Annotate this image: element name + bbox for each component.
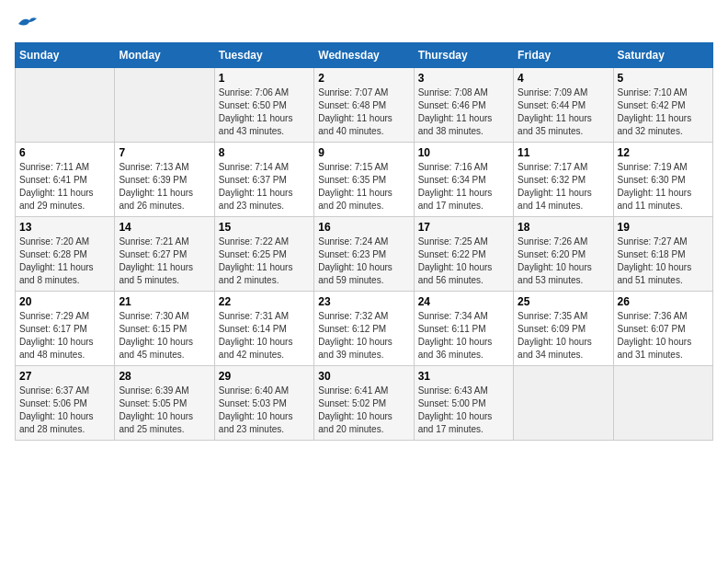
day-info: Sunrise: 7:19 AMSunset: 6:30 PMDaylight:… bbox=[618, 161, 709, 213]
calendar-cell: 31Sunrise: 6:43 AMSunset: 5:00 PMDayligh… bbox=[414, 366, 513, 441]
calendar-cell: 7Sunrise: 7:13 AMSunset: 6:39 PMDaylight… bbox=[115, 143, 214, 217]
day-info: Sunrise: 7:17 AMSunset: 6:32 PMDaylight:… bbox=[518, 161, 609, 213]
day-number: 28 bbox=[119, 370, 210, 383]
calendar-cell bbox=[16, 68, 115, 143]
calendar-cell: 1Sunrise: 7:06 AMSunset: 6:50 PMDaylight… bbox=[214, 68, 313, 143]
calendar-cell: 20Sunrise: 7:29 AMSunset: 6:17 PMDayligh… bbox=[16, 292, 115, 366]
day-number: 7 bbox=[119, 146, 210, 159]
day-number: 8 bbox=[219, 146, 310, 159]
day-info: Sunrise: 7:20 AMSunset: 6:28 PMDaylight:… bbox=[19, 236, 110, 287]
calendar-cell: 2Sunrise: 7:07 AMSunset: 6:48 PMDaylight… bbox=[314, 68, 414, 143]
day-info: Sunrise: 7:21 AMSunset: 6:27 PMDaylight:… bbox=[119, 236, 210, 287]
day-number: 13 bbox=[19, 221, 110, 234]
day-info: Sunrise: 7:13 AMSunset: 6:39 PMDaylight:… bbox=[119, 161, 210, 213]
day-info: Sunrise: 7:32 AMSunset: 6:12 PMDaylight:… bbox=[318, 310, 409, 362]
calendar-cell: 30Sunrise: 6:41 AMSunset: 5:02 PMDayligh… bbox=[314, 366, 414, 441]
calendar-week-row: 1Sunrise: 7:06 AMSunset: 6:50 PMDaylight… bbox=[16, 68, 713, 143]
day-number: 15 bbox=[219, 221, 310, 234]
day-info: Sunrise: 7:27 AMSunset: 6:18 PMDaylight:… bbox=[618, 236, 709, 287]
day-number: 30 bbox=[318, 370, 409, 383]
weekday-header-monday: Monday bbox=[115, 43, 214, 68]
weekday-header-tuesday: Tuesday bbox=[214, 43, 313, 68]
calendar-cell: 11Sunrise: 7:17 AMSunset: 6:32 PMDayligh… bbox=[514, 143, 613, 217]
day-info: Sunrise: 7:10 AMSunset: 6:42 PMDaylight:… bbox=[618, 86, 709, 138]
day-number: 21 bbox=[119, 295, 210, 308]
calendar-cell: 13Sunrise: 7:20 AMSunset: 6:28 PMDayligh… bbox=[16, 217, 115, 292]
calendar-cell: 6Sunrise: 7:11 AMSunset: 6:41 PMDaylight… bbox=[16, 143, 115, 217]
calendar-week-row: 13Sunrise: 7:20 AMSunset: 6:28 PMDayligh… bbox=[16, 217, 713, 292]
day-info: Sunrise: 7:29 AMSunset: 6:17 PMDaylight:… bbox=[19, 310, 110, 362]
calendar-cell: 16Sunrise: 7:24 AMSunset: 6:23 PMDayligh… bbox=[314, 217, 414, 292]
day-info: Sunrise: 7:35 AMSunset: 6:09 PMDaylight:… bbox=[518, 310, 609, 362]
calendar-cell: 28Sunrise: 6:39 AMSunset: 5:05 PMDayligh… bbox=[115, 366, 214, 441]
day-info: Sunrise: 7:25 AMSunset: 6:22 PMDaylight:… bbox=[418, 236, 509, 287]
day-info: Sunrise: 7:11 AMSunset: 6:41 PMDaylight:… bbox=[19, 161, 110, 213]
day-number: 26 bbox=[618, 295, 709, 308]
calendar-cell: 4Sunrise: 7:09 AMSunset: 6:44 PMDaylight… bbox=[514, 68, 613, 143]
day-number: 12 bbox=[618, 146, 709, 159]
page-header bbox=[15, 15, 713, 31]
day-number: 25 bbox=[518, 295, 609, 308]
day-number: 9 bbox=[318, 146, 409, 159]
day-number: 22 bbox=[219, 295, 310, 308]
day-number: 19 bbox=[618, 221, 709, 234]
calendar-cell: 17Sunrise: 7:25 AMSunset: 6:22 PMDayligh… bbox=[414, 217, 513, 292]
day-number: 2 bbox=[318, 72, 409, 85]
calendar-cell: 10Sunrise: 7:16 AMSunset: 6:34 PMDayligh… bbox=[414, 143, 513, 217]
day-number: 3 bbox=[418, 72, 509, 85]
calendar-cell: 22Sunrise: 7:31 AMSunset: 6:14 PMDayligh… bbox=[214, 292, 313, 366]
calendar-cell bbox=[115, 68, 214, 143]
day-info: Sunrise: 7:31 AMSunset: 6:14 PMDaylight:… bbox=[219, 310, 310, 362]
calendar-cell: 24Sunrise: 7:34 AMSunset: 6:11 PMDayligh… bbox=[414, 292, 513, 366]
day-info: Sunrise: 7:15 AMSunset: 6:35 PMDaylight:… bbox=[318, 161, 409, 213]
day-number: 5 bbox=[618, 72, 709, 85]
calendar-cell: 8Sunrise: 7:14 AMSunset: 6:37 PMDaylight… bbox=[214, 143, 313, 217]
calendar-cell: 5Sunrise: 7:10 AMSunset: 6:42 PMDaylight… bbox=[613, 68, 712, 143]
day-number: 10 bbox=[418, 146, 509, 159]
day-info: Sunrise: 6:40 AMSunset: 5:03 PMDaylight:… bbox=[219, 385, 310, 436]
day-info: Sunrise: 7:16 AMSunset: 6:34 PMDaylight:… bbox=[418, 161, 509, 213]
weekday-header-thursday: Thursday bbox=[414, 43, 513, 68]
day-info: Sunrise: 6:43 AMSunset: 5:00 PMDaylight:… bbox=[418, 385, 509, 436]
day-number: 16 bbox=[318, 221, 409, 234]
day-number: 11 bbox=[518, 146, 609, 159]
day-number: 20 bbox=[19, 295, 110, 308]
calendar-cell: 23Sunrise: 7:32 AMSunset: 6:12 PMDayligh… bbox=[314, 292, 414, 366]
day-number: 24 bbox=[418, 295, 509, 308]
calendar-cell: 12Sunrise: 7:19 AMSunset: 6:30 PMDayligh… bbox=[613, 143, 712, 217]
calendar-cell: 15Sunrise: 7:22 AMSunset: 6:25 PMDayligh… bbox=[214, 217, 313, 292]
day-info: Sunrise: 7:09 AMSunset: 6:44 PMDaylight:… bbox=[518, 86, 609, 138]
calendar-cell: 9Sunrise: 7:15 AMSunset: 6:35 PMDaylight… bbox=[314, 143, 414, 217]
calendar-cell: 27Sunrise: 6:37 AMSunset: 5:06 PMDayligh… bbox=[16, 366, 115, 441]
weekday-header-row: SundayMondayTuesdayWednesdayThursdayFrid… bbox=[16, 43, 713, 68]
day-number: 14 bbox=[119, 221, 210, 234]
calendar-cell: 14Sunrise: 7:21 AMSunset: 6:27 PMDayligh… bbox=[115, 217, 214, 292]
day-number: 29 bbox=[219, 370, 310, 383]
calendar-table: SundayMondayTuesdayWednesdayThursdayFrid… bbox=[15, 42, 713, 441]
calendar-cell: 26Sunrise: 7:36 AMSunset: 6:07 PMDayligh… bbox=[613, 292, 712, 366]
logo-bird-icon bbox=[17, 15, 37, 31]
day-info: Sunrise: 7:06 AMSunset: 6:50 PMDaylight:… bbox=[219, 86, 310, 138]
day-number: 27 bbox=[19, 370, 110, 383]
day-info: Sunrise: 7:30 AMSunset: 6:15 PMDaylight:… bbox=[119, 310, 210, 362]
day-info: Sunrise: 7:26 AMSunset: 6:20 PMDaylight:… bbox=[518, 236, 609, 287]
weekday-header-sunday: Sunday bbox=[16, 43, 115, 68]
day-info: Sunrise: 6:39 AMSunset: 5:05 PMDaylight:… bbox=[119, 385, 210, 436]
weekday-header-saturday: Saturday bbox=[613, 43, 712, 68]
calendar-cell bbox=[613, 366, 712, 441]
day-number: 18 bbox=[518, 221, 609, 234]
day-info: Sunrise: 7:07 AMSunset: 6:48 PMDaylight:… bbox=[318, 86, 409, 138]
calendar-cell: 29Sunrise: 6:40 AMSunset: 5:03 PMDayligh… bbox=[214, 366, 313, 441]
calendar-cell bbox=[514, 366, 613, 441]
day-info: Sunrise: 7:14 AMSunset: 6:37 PMDaylight:… bbox=[219, 161, 310, 213]
day-info: Sunrise: 7:24 AMSunset: 6:23 PMDaylight:… bbox=[318, 236, 409, 287]
day-info: Sunrise: 7:22 AMSunset: 6:25 PMDaylight:… bbox=[219, 236, 310, 287]
calendar-cell: 19Sunrise: 7:27 AMSunset: 6:18 PMDayligh… bbox=[613, 217, 712, 292]
day-info: Sunrise: 7:34 AMSunset: 6:11 PMDaylight:… bbox=[418, 310, 509, 362]
day-number: 17 bbox=[418, 221, 509, 234]
weekday-header-wednesday: Wednesday bbox=[314, 43, 414, 68]
day-info: Sunrise: 6:37 AMSunset: 5:06 PMDaylight:… bbox=[19, 385, 110, 436]
calendar-week-row: 27Sunrise: 6:37 AMSunset: 5:06 PMDayligh… bbox=[16, 366, 713, 441]
calendar-cell: 3Sunrise: 7:08 AMSunset: 6:46 PMDaylight… bbox=[414, 68, 513, 143]
day-number: 23 bbox=[318, 295, 409, 308]
